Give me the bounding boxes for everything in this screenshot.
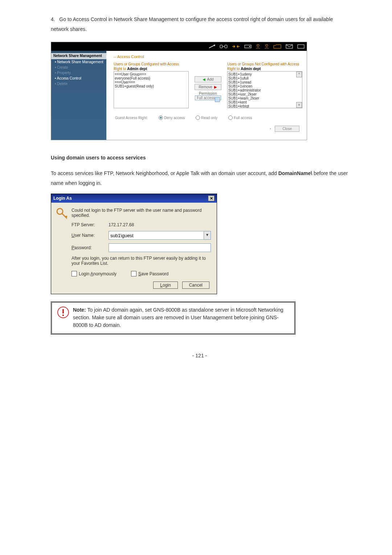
step-number: 4. xyxy=(51,16,55,22)
login-button[interactable]: Login xyxy=(153,281,177,289)
login-title: Login As xyxy=(53,196,72,201)
user-name-label: User Name: xyxy=(72,233,104,238)
sub-heading: Using domain users to access services xyxy=(51,155,348,161)
user-icon[interactable] xyxy=(256,44,260,49)
ftp-server-label: FTP Server: xyxy=(72,222,104,227)
sidebar-title: Network Share Management xyxy=(51,53,106,59)
list-item[interactable]: SUB1+guest(Read only) xyxy=(115,84,188,88)
arrows-icon[interactable] xyxy=(232,44,240,49)
login-message: Could not login to the FTP server with t… xyxy=(72,208,211,218)
scroll-up-icon[interactable]: ^ xyxy=(296,72,302,77)
folder-icon[interactable] xyxy=(273,44,281,49)
close-button[interactable]: Close xyxy=(275,126,299,132)
svg-rect-11 xyxy=(62,309,64,313)
not-configured-list[interactable]: ^ v SUB1+1udeny SUB1+1ufull SUB1+1uread … xyxy=(227,71,302,108)
permission-label: Permission xyxy=(195,92,221,96)
svg-point-6 xyxy=(266,44,268,46)
screen-icon[interactable] xyxy=(297,44,305,49)
list-item[interactable]: everyone(Full access) xyxy=(115,76,188,80)
note-text: Note: To join AD domain again, set GNS-8… xyxy=(73,306,289,329)
right-head: Users or Groups Not Configured with Acce… xyxy=(227,62,302,71)
permission-select[interactable]: Full access xyxy=(195,96,221,100)
tool-icon[interactable] xyxy=(209,44,215,49)
list-item[interactable]: SUB1+administrator xyxy=(228,88,301,92)
list-item[interactable]: SUB1+krbtgt xyxy=(228,104,301,108)
svg-point-9 xyxy=(57,208,63,214)
login-hint: After you login, you can return to this … xyxy=(72,256,211,266)
link-icon[interactable] xyxy=(220,44,228,49)
sidebar-item-access-control[interactable]: • Access Control xyxy=(51,76,106,81)
disk-icon[interactable] xyxy=(244,44,252,49)
mail-icon[interactable] xyxy=(286,44,293,49)
anon-checkbox[interactable]: Login Anonymously xyxy=(72,271,117,276)
sidebar-item-delete[interactable]: • Delete xyxy=(51,81,106,86)
svg-point-5 xyxy=(257,44,259,46)
list-item[interactable]: SUB1+kent xyxy=(228,100,301,104)
sidebar-item-create[interactable]: • Create xyxy=(51,65,106,70)
scroll-down-icon[interactable]: v xyxy=(296,102,302,108)
step-4: 4. Go to Access Control in Network Share… xyxy=(51,15,348,34)
page-number: - 121 - xyxy=(51,353,348,358)
permission-block: Permission Full access xyxy=(195,92,221,100)
configured-list[interactable]: ===User Group=== everyone(Full access) =… xyxy=(114,71,189,108)
password-label: Password: xyxy=(72,245,104,250)
access-control-window: Network Share Management • Network Share… xyxy=(51,42,307,140)
step-text: Go to Access Control in Network Share Ma… xyxy=(51,16,333,32)
svg-point-4 xyxy=(249,46,250,47)
radio-read[interactable]: Read only xyxy=(196,116,217,120)
guest-access-row: Guest Access Right: Deny access Read onl… xyxy=(114,113,302,122)
content: -- Access Control Users or Groups Config… xyxy=(106,51,307,140)
login-dialog: Login As ✕ Could not login to the FTP se… xyxy=(51,194,217,294)
list-item[interactable]: SUB1+1ufull xyxy=(228,76,301,80)
svg-rect-8 xyxy=(298,45,304,48)
toolbar xyxy=(51,42,307,51)
svg-rect-12 xyxy=(62,315,64,316)
login-title-bar: Login As ✕ xyxy=(51,194,217,203)
warning-icon xyxy=(57,306,69,321)
list-item[interactable]: ===User Group=== xyxy=(115,72,188,76)
list-item[interactable]: SUB1+iusr_2kser xyxy=(228,92,301,96)
list-item[interactable]: SUB1+iwam_2kser xyxy=(228,96,301,100)
radio-deny[interactable]: Deny access xyxy=(159,116,185,120)
add-button[interactable]: ◀ Add xyxy=(195,76,221,82)
guest-access-label: Guest Access Right: xyxy=(115,116,148,120)
list-item[interactable]: SUB1+1udeny xyxy=(228,72,301,76)
ftp-server-value: 172.17.27.68 xyxy=(109,222,134,227)
list-item[interactable]: SUB1+1uread xyxy=(228,80,301,84)
dropdown-icon[interactable]: ▼ xyxy=(204,231,211,240)
group-icon[interactable] xyxy=(265,44,269,49)
sidebar-item-nsm[interactable]: • Network Share Management xyxy=(51,59,106,65)
section-title: -- Access Control xyxy=(114,54,302,59)
left-head: Users or Groups Configured with Access R… xyxy=(114,62,189,71)
sidebar-item-property[interactable]: • Property xyxy=(51,70,106,76)
sidebar: Network Share Management • Network Share… xyxy=(51,51,106,140)
cancel-button[interactable]: Cancel xyxy=(182,281,209,289)
user-name-input[interactable] xyxy=(109,231,204,240)
remove-button[interactable]: Remove ▶ xyxy=(195,84,221,90)
password-input[interactable] xyxy=(109,243,211,252)
radio-full[interactable]: Full access xyxy=(228,116,252,120)
instruction-paragraph: To access services like FTP, Network Nei… xyxy=(51,169,348,188)
list-item[interactable]: ===User=== xyxy=(115,80,188,84)
close-icon[interactable]: ✕ xyxy=(208,195,215,201)
svg-rect-1 xyxy=(225,45,227,48)
save-checkbox[interactable]: Save Password xyxy=(131,271,168,276)
svg-rect-0 xyxy=(220,45,222,48)
note-box: Note: To join AD domain again, set GNS-8… xyxy=(51,301,295,335)
key-icon xyxy=(56,208,68,289)
list-item[interactable]: SUB1+1vincen xyxy=(228,84,301,88)
